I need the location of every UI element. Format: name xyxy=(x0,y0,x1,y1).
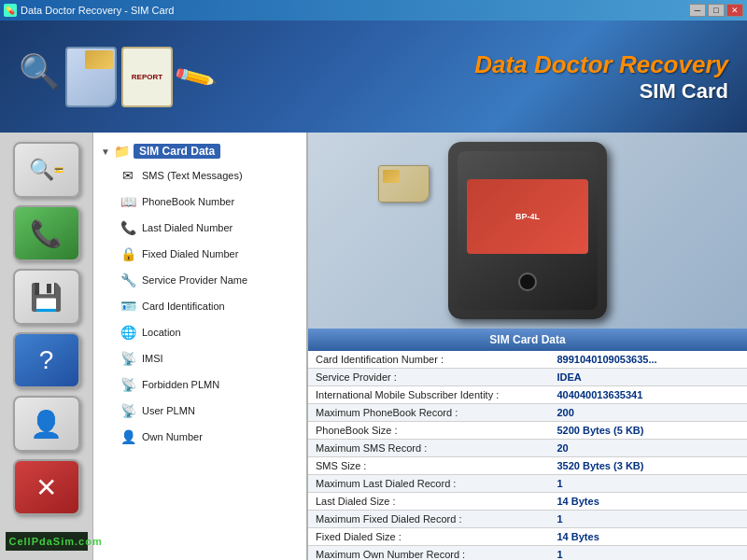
app-icon: 💊 xyxy=(4,4,17,17)
tree-item-sms-label: SMS (Text Messages) xyxy=(142,170,243,181)
location-icon: 🌐 xyxy=(120,324,136,341)
last-dialed-icon: 📞 xyxy=(120,219,136,236)
tree-item-location[interactable]: 🌐 Location xyxy=(93,319,306,345)
battery-label: BP-4L xyxy=(467,179,588,254)
phonebook-icon: 📖 xyxy=(120,193,136,210)
tree-item-service-provider-label: Service Provider Name xyxy=(142,274,247,286)
tree-item-forbidden-plmn[interactable]: 📡 Forbidden PLMN xyxy=(93,371,306,398)
nokia-phone: NOKIA BP-4L xyxy=(448,142,607,319)
tree-item-card-id-label: Card Identification xyxy=(142,301,225,312)
table-cell-label: Card Identification Number : xyxy=(308,351,550,369)
forbidden-plmn-icon: 📡 xyxy=(120,376,136,393)
table-row: PhoneBook Size :5200 Bytes (5 KB) xyxy=(308,422,747,440)
sim-card-icon xyxy=(65,47,117,107)
table-row: Service Provider :IDEA xyxy=(308,369,747,386)
table-cell-label: International Mobile Subscriber Identity… xyxy=(308,386,550,404)
table-cell-value: 200 xyxy=(550,404,748,422)
header-subtitle: SIM Card xyxy=(474,79,728,104)
tree-item-phonebook[interactable]: 📖 PhoneBook Number xyxy=(93,189,306,215)
header-title-area: Data Doctor Recovery SIM Card xyxy=(474,50,728,104)
titlebar-buttons: ─ □ ✕ xyxy=(689,4,743,17)
table-row: Maximum SMS Record :20 xyxy=(308,440,747,457)
tree-item-user-plmn-label: User PLMN xyxy=(142,405,195,416)
table-row: Maximum Fixed Dialed Record :1 xyxy=(308,511,747,528)
imsi-icon: 📡 xyxy=(120,350,136,367)
table-cell-label: Maximum SMS Record : xyxy=(308,440,550,457)
table-cell-label: Maximum Own Number Record : xyxy=(308,546,550,561)
tree-item-own-number[interactable]: 👤 Own Number xyxy=(93,424,306,450)
sidebar-btn-help[interactable]: ? xyxy=(13,332,80,388)
tree-item-last-dialed-label: Last Dialed Number xyxy=(142,222,233,233)
sidebar-btn-save[interactable]: 💾 xyxy=(13,269,80,325)
fixed-dialed-icon: 🔒 xyxy=(120,245,136,262)
sidebar-btn-call[interactable]: 📞 xyxy=(13,205,80,261)
card-id-icon: 🪪 xyxy=(120,298,136,315)
tree-item-imsi[interactable]: 📡 IMSI xyxy=(93,345,306,371)
table-cell-value: 20 xyxy=(550,440,748,457)
tree-item-last-dialed[interactable]: 📞 Last Dialed Number xyxy=(93,215,306,241)
tree-item-service-provider[interactable]: 🔧 Service Provider Name xyxy=(93,267,306,293)
table-cell-value: 1 xyxy=(550,546,748,561)
magnify-icon: 🔍 xyxy=(19,52,61,91)
table-cell-label: Maximum Last Dialed Record : xyxy=(308,475,550,493)
data-table-area: SIM Card Data Card Identification Number… xyxy=(308,329,747,560)
tree-item-card-id[interactable]: 🪪 Card Identification xyxy=(93,293,306,319)
sidebar: 🔍💳 📞 💾 ? 👤 ✕ CellPdaSim.com xyxy=(0,133,93,560)
maximize-button[interactable]: □ xyxy=(708,4,725,17)
phone-image-area: NOKIA BP-4L xyxy=(308,133,747,329)
user-plmn-icon: 📡 xyxy=(120,402,136,419)
camera-lens xyxy=(518,273,537,291)
header-logo: 🔍 REPORT ✏️ xyxy=(19,47,212,107)
table-cell-label: Maximum Fixed Dialed Record : xyxy=(308,511,550,528)
table-cell-label: Maximum PhoneBook Record : xyxy=(308,404,550,422)
table-row: Maximum PhoneBook Record :200 xyxy=(308,404,747,422)
tree-item-sms[interactable]: ✉ SMS (Text Messages) xyxy=(93,162,306,189)
phone-display: NOKIA BP-4L xyxy=(322,137,733,324)
sim-card-display xyxy=(378,165,430,203)
table-cell-value: IDEA xyxy=(550,369,748,386)
table-cell-value: 14 Bytes xyxy=(550,493,748,511)
tree-item-fixed-dialed[interactable]: 🔒 Fixed Dialed Number xyxy=(93,241,306,267)
sidebar-btn-user[interactable]: 👤 xyxy=(13,396,80,452)
tree-root-label[interactable]: SIM Card Data xyxy=(134,144,220,159)
titlebar: 💊 Data Doctor Recovery - SIM Card ─ □ ✕ xyxy=(0,0,747,21)
report-label: REPORT xyxy=(132,73,162,81)
table-row: Maximum Last Dialed Record :1 xyxy=(308,475,747,493)
table-cell-value: 5200 Bytes (5 KB) xyxy=(550,422,748,440)
table-row: Maximum Own Number Record :1 xyxy=(308,546,747,561)
tree-item-forbidden-plmn-label: Forbidden PLMN xyxy=(142,379,219,390)
table-cell-label: SMS Size : xyxy=(308,457,550,475)
tree-item-user-plmn[interactable]: 📡 User PLMN xyxy=(93,398,306,424)
header: 🔍 REPORT ✏️ Data Doctor Recovery SIM Car… xyxy=(0,21,747,133)
header-title: Data Doctor Recovery xyxy=(474,50,728,79)
logo-icons: 🔍 REPORT ✏️ xyxy=(19,47,212,107)
table-cell-value: 14 Bytes xyxy=(550,528,748,546)
tree-root: ▼ 📁 SIM Card Data xyxy=(93,140,306,162)
footer-brand: CellPdaSim.com xyxy=(6,532,88,551)
report-icon: REPORT xyxy=(121,47,173,107)
tree-expand-icon[interactable]: ▼ xyxy=(101,147,110,157)
sidebar-btn-close[interactable]: ✕ xyxy=(13,459,80,515)
minimize-button[interactable]: ─ xyxy=(689,4,706,17)
sidebar-btn-sim[interactable]: 🔍💳 xyxy=(13,142,80,198)
table-cell-value: 1 xyxy=(550,475,748,493)
table-row: Last Dialed Size :14 Bytes xyxy=(308,493,747,511)
tree-item-imsi-label: IMSI xyxy=(142,353,163,364)
table-row: Card Identification Number :899104010905… xyxy=(308,351,747,369)
table-row: Fixed Dialed Size :14 Bytes xyxy=(308,528,747,546)
table-row: International Mobile Subscriber Identity… xyxy=(308,386,747,404)
table-header: SIM Card Data xyxy=(308,329,747,351)
tree-item-fixed-dialed-label: Fixed Dialed Number xyxy=(142,248,238,259)
tree-item-own-number-label: Own Number xyxy=(142,431,203,442)
table-cell-value: 3520 Bytes (3 KB) xyxy=(550,457,748,475)
main-content: 🔍💳 📞 💾 ? 👤 ✕ CellPdaSim.com ▼ 📁 SIM Card… xyxy=(0,133,747,560)
close-button[interactable]: ✕ xyxy=(726,4,743,17)
right-panel: NOKIA BP-4L SIM Card Data Card Identific… xyxy=(308,133,747,560)
own-number-icon: 👤 xyxy=(120,428,136,445)
titlebar-left: 💊 Data Doctor Recovery - SIM Card xyxy=(4,4,174,17)
tree-item-phonebook-label: PhoneBook Number xyxy=(142,196,234,207)
tree-item-location-label: Location xyxy=(142,327,181,338)
table-cell-label: Last Dialed Size : xyxy=(308,493,550,511)
titlebar-title: Data Doctor Recovery - SIM Card xyxy=(21,5,174,16)
table-cell-value: 8991040109053635... xyxy=(550,351,748,369)
